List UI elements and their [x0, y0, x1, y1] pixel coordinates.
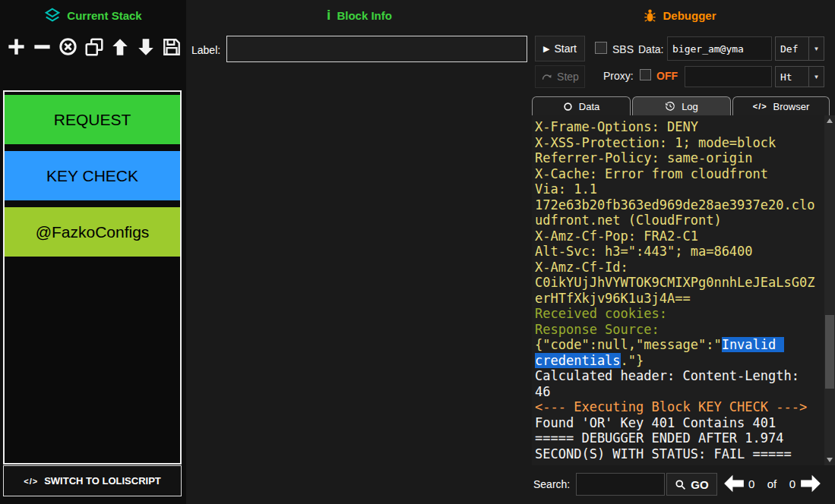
scrollbar-thumb[interactable]	[825, 315, 834, 389]
log-line: X-Amz-Cf-Id: C0ikYUjJhVYWTOK9CMIXPg0nnhL…	[535, 260, 818, 307]
stack-layers-icon	[44, 7, 61, 24]
remove-block-button[interactable]	[30, 34, 55, 59]
sbs-label: SBS	[612, 43, 634, 55]
scroll-up-icon[interactable]	[824, 115, 835, 126]
proxy-input[interactable]	[685, 66, 772, 87]
debugger-header: Debugger	[532, 6, 828, 24]
data-input[interactable]	[667, 36, 772, 61]
scroll-down-icon[interactable]	[824, 455, 835, 465]
remove-icon	[32, 36, 52, 57]
match-position: 0	[748, 477, 754, 490]
stack-block[interactable]: KEY CHECK	[5, 151, 180, 200]
log-line: {"code":null,"message":"Invalid credenti…	[535, 337, 818, 368]
label-caption: Label:	[191, 44, 220, 56]
log-line: X-XSS-Protection: 1; mode=block	[535, 135, 818, 151]
step-button[interactable]: Step	[535, 65, 585, 88]
start-button[interactable]: ▶ Start	[535, 36, 585, 61]
match-total: 0	[789, 477, 795, 490]
stack-block[interactable]: REQUEST	[5, 95, 180, 144]
match-of-label: of	[767, 477, 777, 490]
next-match-button[interactable]	[798, 471, 824, 496]
log-line: <--- Executing Block KEY CHECK --->	[535, 399, 818, 415]
log-line: X-Amz-Cf-Pop: FRA2-C1	[535, 228, 818, 244]
search-match-counter: 0 of 0	[748, 477, 795, 490]
info-icon: i	[327, 7, 331, 24]
log-line: ===== DEBUGGER ENDED AFTER 1.974 SECOND(…	[535, 430, 818, 461]
log-scrollbar[interactable]	[824, 115, 835, 465]
debugger-title: Debugger	[663, 9, 716, 22]
proxy-type-dropdown[interactable]: Ht ▼	[775, 66, 824, 87]
search-go-button[interactable]: GO	[666, 473, 717, 496]
disable-block-button[interactable]	[55, 34, 81, 59]
step-icon	[541, 71, 552, 83]
search-input[interactable]	[576, 473, 665, 496]
wordlist-type-value: Def	[776, 37, 808, 60]
data-tab-icon	[563, 102, 573, 112]
block-info-title: Block Info	[337, 9, 392, 22]
arrow-left-icon	[723, 474, 745, 493]
stack-toolbar	[4, 34, 184, 59]
log-line: Referrer-Policy: same-origin	[535, 150, 818, 166]
proxy-caption: Proxy:	[603, 70, 634, 82]
log-line: Found 'OR' Key 401 Contains 401	[535, 415, 818, 431]
proxy-off-status: OFF	[656, 70, 678, 82]
chevron-down-icon: ▼	[808, 67, 824, 87]
arrow-right-icon	[799, 474, 822, 493]
code-icon: </>	[24, 477, 38, 486]
sbs-checkbox[interactable]	[595, 42, 607, 54]
play-icon: ▶	[543, 44, 549, 54]
chevron-down-icon: ▼	[808, 37, 824, 60]
move-down-icon	[136, 37, 156, 57]
code-icon: </>	[753, 102, 767, 111]
label-input[interactable]	[226, 36, 527, 62]
current-stack-header: Current Stack	[0, 6, 186, 24]
proxy-checkbox[interactable]	[640, 69, 651, 80]
search-icon	[675, 479, 686, 490]
previous-match-button[interactable]	[721, 471, 747, 496]
stack-block[interactable]: @FazkoConfigs	[5, 207, 180, 257]
tab-browser[interactable]: </> Browser	[732, 96, 830, 115]
bug-icon	[644, 8, 656, 23]
move-up-button[interactable]	[107, 34, 132, 59]
data-caption: Data:	[638, 43, 663, 55]
tab-log[interactable]: Log	[632, 96, 731, 115]
stack-list: REQUESTKEY CHECK@FazkoConfigs	[5, 92, 180, 257]
save-icon	[162, 37, 182, 57]
save-stack-button[interactable]	[159, 34, 184, 59]
proxy-type-value: Ht	[776, 67, 808, 87]
log-line: X-Cache: Error from cloudfront	[535, 166, 818, 182]
switch-to-loliscript-button[interactable]: </> SWITCH TO LOLISCRIPT	[3, 465, 182, 496]
log-panel: X-Frame-Options: DENYX-XSS-Protection: 1…	[532, 115, 824, 465]
log-line: Via: 1.1 172e63b20fb363ed969de28ae3937e2…	[535, 181, 818, 228]
wordlist-type-dropdown[interactable]: Def ▼	[775, 36, 824, 61]
add-block-button[interactable]	[4, 34, 29, 59]
stack-panel: REQUESTKEY CHECK@FazkoConfigs	[3, 90, 182, 465]
search-caption: Search:	[533, 478, 570, 490]
log-output[interactable]: X-Frame-Options: DENYX-XSS-Protection: 1…	[532, 115, 824, 465]
clone-icon	[84, 37, 104, 57]
openbullet-stacker-view: Current Stack i Block Info Debugger	[0, 0, 835, 504]
tab-data[interactable]: Data	[532, 96, 631, 115]
current-stack-title: Current Stack	[67, 9, 141, 22]
log-line: Alt-Svc: h3=":443"; ma=86400	[535, 244, 818, 260]
log-line: Calculated header: Content-Length: 46	[535, 368, 818, 399]
add-icon	[6, 36, 27, 57]
clone-block-button[interactable]	[81, 34, 106, 59]
disable-icon	[58, 36, 78, 57]
log-line: X-Frame-Options: DENY	[535, 119, 818, 135]
move-up-icon	[110, 37, 130, 57]
log-line: Received cookies:	[535, 306, 818, 322]
block-info-header: i Block Info	[207, 6, 511, 24]
log-line: Response Source:	[535, 322, 818, 338]
move-down-button[interactable]	[133, 34, 158, 59]
history-icon	[665, 101, 675, 112]
